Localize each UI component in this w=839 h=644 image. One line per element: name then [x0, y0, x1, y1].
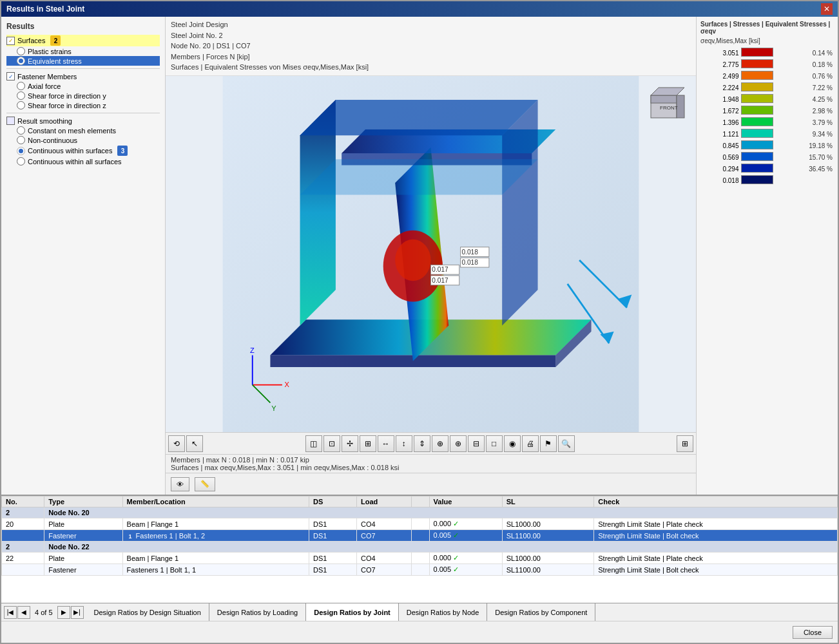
legend-value: 1.672	[700, 105, 740, 117]
axial-force-label: Axial force	[28, 82, 61, 90]
sidebar-item-constant-mesh[interactable]: Constant on mesh elements	[6, 126, 160, 135]
legend-pct: 3.79 %	[793, 117, 834, 128]
sidebar-item-equivalent-stress[interactable]: Equivalent stress	[6, 56, 160, 66]
tool-pan[interactable]: □	[486, 435, 503, 452]
tool-fit[interactable]: ⊕	[432, 435, 448, 452]
cell-no: 20	[2, 518, 44, 530]
cell-ds: DS1	[309, 518, 356, 530]
sidebar-item-axial-force[interactable]: Axial force	[6, 81, 160, 91]
tool-search[interactable]: 🔍	[558, 435, 575, 452]
tool-select[interactable]: ↖	[186, 435, 203, 452]
page-info: 4 of 5	[31, 609, 57, 616]
bottom-tab-design-ratios-by-component[interactable]: Design Ratios by Component	[487, 603, 595, 621]
cell-check-desc: Strength Limit State | Bolt check	[594, 530, 838, 542]
tool-grid[interactable]: ⊞	[677, 435, 693, 452]
constant-mesh-radio[interactable]	[17, 126, 25, 135]
cell-sl: SL1000.00	[502, 518, 594, 530]
tool-move[interactable]: ✢	[342, 435, 358, 452]
nav-last[interactable]: ▶|	[71, 606, 84, 619]
equivalent-stress-radio[interactable]	[17, 57, 25, 65]
table-row[interactable]: 20 Plate Beam | Flange 1 DS1 CO4 0.000 ✓…	[2, 518, 838, 530]
cell-check-desc: Strength Limit State | Plate check	[594, 518, 838, 530]
plastic-strains-radio[interactable]	[17, 47, 25, 55]
continuous-surfaces-radio[interactable]	[17, 147, 25, 155]
tool-axis-z[interactable]: ⇕	[414, 435, 430, 452]
bottom-tab-design-ratios-by-node[interactable]: Design Ratios by Node	[399, 603, 488, 621]
cell-ds: DS1	[309, 564, 356, 576]
3d-cube-widget[interactable]: FRONT	[644, 82, 690, 128]
shear-z-radio[interactable]	[17, 101, 25, 109]
cell-no	[2, 564, 44, 576]
status-line2: Surfaces | max σeqv,Mises,Max : 3.051 | …	[171, 464, 691, 471]
bottom-tab-design-ratios-by-loading[interactable]: Design Ratios by Loading	[209, 603, 306, 621]
tool-zoom-out[interactable]: ⊟	[468, 435, 485, 452]
legend-row: 2.775 0.18 %	[700, 59, 834, 70]
tool-zoom-in[interactable]: ⊕	[450, 435, 467, 452]
tool-rotate[interactable]: ⟲	[168, 435, 185, 452]
viewer-controls-row: 👁 📏	[166, 473, 696, 495]
cell-location[interactable]: Beam | Flange 1	[122, 553, 309, 564]
cell-location[interactable]: Fasteners 1 | Bolt 1, 1	[122, 564, 309, 576]
ruler-toggle[interactable]: 📏	[195, 477, 215, 491]
tool-zoom-box[interactable]: ⊞	[360, 435, 376, 452]
col-ds: DS	[309, 497, 356, 507]
window-close-button[interactable]: ✕	[821, 3, 833, 15]
sidebar-item-shear-z[interactable]: Shear force in direction z	[6, 100, 160, 110]
cell-location[interactable]: 1Fasteners 1 | Bolt 1, 2	[122, 530, 309, 542]
sidebar-item-continuous-surfaces[interactable]: Continuous within surfaces 3	[6, 145, 160, 156]
table-row[interactable]: Fastener 1Fasteners 1 | Bolt 1, 2 DS1 CO…	[2, 530, 838, 542]
tool-print[interactable]: 🖨	[522, 435, 539, 452]
sidebar-item-result-smoothing[interactable]: Result smoothing	[6, 116, 160, 126]
continuous-all-radio[interactable]	[17, 157, 25, 166]
close-button[interactable]: Close	[793, 626, 833, 639]
eye-toggle[interactable]: 👁	[171, 477, 189, 491]
sidebar-item-non-continuous[interactable]: Non-continuous	[6, 135, 160, 145]
tool-view1[interactable]: ◫	[305, 435, 322, 452]
legend-color-cell	[740, 163, 793, 175]
center-panel: Steel Joint Design Steel Joint No. 2 Nod…	[166, 17, 696, 495]
shear-y-radio[interactable]	[17, 91, 25, 100]
non-continuous-radio[interactable]	[17, 136, 25, 144]
nav-prev[interactable]: ◀	[17, 606, 30, 619]
sidebar-item-fastener-members[interactable]: ✓ Fastener Members	[6, 71, 160, 81]
legend-color-cell	[740, 70, 793, 82]
cell-value: 0.000 ✓	[429, 553, 502, 564]
legend-color-cell	[740, 59, 793, 70]
cell-type: Plate	[44, 518, 122, 530]
results-header: Results	[6, 22, 160, 31]
legend-pct: 15.70 %	[793, 151, 834, 163]
cell-load: CO7	[357, 564, 412, 576]
sidebar-item-surfaces[interactable]: ✓ Surfaces 2	[6, 35, 160, 46]
fastener-members-checkbox[interactable]: ✓	[6, 72, 15, 80]
legend-row: 1.396 3.79 %	[700, 117, 834, 128]
tool-axis-y[interactable]: ↕	[396, 435, 412, 452]
tool-view2[interactable]: ⊡	[323, 435, 340, 452]
legend-row: 3.051 0.14 %	[700, 47, 834, 59]
nav-first[interactable]: |◀	[4, 606, 17, 619]
window-title: Results in Steel Joint	[6, 5, 84, 14]
surfaces-checkbox[interactable]: ✓	[6, 37, 15, 45]
tool-render[interactable]: ◉	[504, 435, 521, 452]
cell-check-desc: Strength Limit State | Plate check	[594, 553, 838, 564]
legend-pct: 0.14 %	[793, 47, 834, 59]
legend-row: 0.018	[700, 175, 834, 186]
tool-axis-x[interactable]: ↔	[378, 435, 394, 452]
constant-mesh-label: Constant on mesh elements	[28, 127, 116, 135]
axial-force-radio[interactable]	[17, 82, 25, 90]
nav-next[interactable]: ▶	[57, 606, 70, 619]
cell-load: CO7	[357, 530, 412, 542]
sidebar-item-shear-y[interactable]: Shear force in direction y	[6, 91, 160, 100]
sidebar-item-plastic-strains[interactable]: Plastic strains	[6, 46, 160, 56]
result-smoothing-label: Result smoothing	[17, 117, 72, 125]
bottom-tab-design-ratios-by-joint[interactable]: Design Ratios by Joint	[306, 603, 399, 621]
table-row[interactable]: Fastener Fasteners 1 | Bolt 1, 1 DS1 CO7…	[2, 564, 838, 576]
tool-export[interactable]: ⚑	[540, 435, 557, 452]
bottom-tab-design-ratios-by-design-situation[interactable]: Design Ratios by Design Situation	[86, 603, 209, 621]
result-smoothing-checkbox[interactable]	[6, 117, 15, 125]
sidebar-item-continuous-all[interactable]: Continuous within all surfaces	[6, 156, 160, 166]
table-row[interactable]: 22 Plate Beam | Flange 1 DS1 CO4 0.000 ✓…	[2, 553, 838, 564]
3d-viewport[interactable]: FRONT	[166, 76, 696, 433]
legend-value: 0.294	[700, 163, 740, 175]
cell-location[interactable]: Beam | Flange 1	[122, 518, 309, 530]
toolbar-center-group: ◫ ⊡ ✢ ⊞ ↔ ↕ ⇕ ⊕ ⊕ ⊟ □ ◉ 🖨 ⚑ 🔍	[305, 435, 575, 452]
